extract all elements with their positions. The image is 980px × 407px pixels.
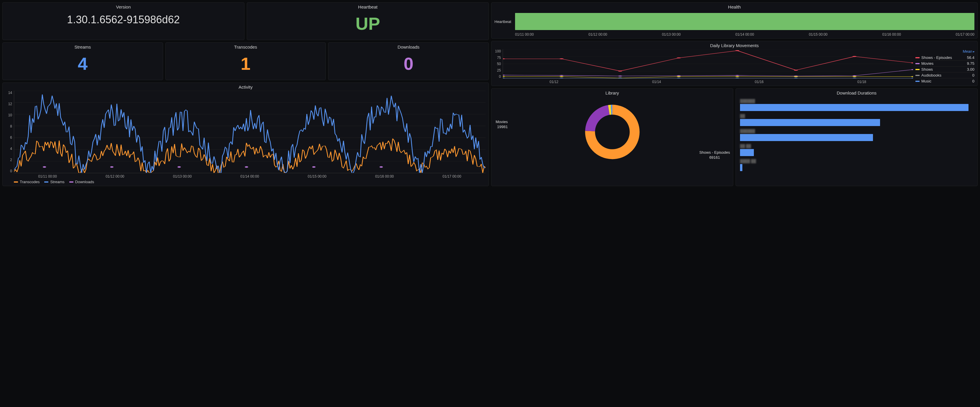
panel-title: Health xyxy=(495,5,974,10)
movements-plot-area[interactable] xyxy=(503,49,913,79)
x-tick: 01/16 xyxy=(755,80,764,84)
x-tick: 01/12 xyxy=(550,80,558,84)
panel-activity: Activity 14121086420 01/11 00:0001/12 00… xyxy=(2,82,489,186)
y-tick: 50 xyxy=(495,62,501,66)
dl-bar-row: ██████ xyxy=(740,99,973,111)
panel-title: Downloads xyxy=(331,44,485,49)
legend-label: Transcodes xyxy=(20,180,40,184)
activity-y-axis: 14121086420 xyxy=(6,91,14,173)
heartbeat-value: UP xyxy=(250,11,485,38)
health-x-ticks: 01/11 00:0001/12 00:0001/13 00:0001/14 0… xyxy=(515,31,974,36)
x-tick: 01/13 00:00 xyxy=(662,32,681,36)
legend-item[interactable]: Shows - Episodes56.4 xyxy=(915,55,974,60)
legend-item[interactable]: Audiobooks0 xyxy=(915,72,974,78)
y-tick: 25 xyxy=(495,68,501,73)
chevron-down-icon: ▾ xyxy=(973,50,974,53)
dl-bar-row: ██ ██ xyxy=(740,144,973,156)
activity-x-axis: 01/11 00:0001/12 00:0001/13 00:0001/14 0… xyxy=(14,173,485,179)
x-tick: 01/15 00:00 xyxy=(308,174,326,179)
movements-agg-dropdown[interactable]: Mean▾ xyxy=(915,49,974,54)
download-durations-bars[interactable]: ████████████████ ██████ ██ xyxy=(739,97,974,173)
donut-slice[interactable] xyxy=(585,105,609,131)
y-tick: 4 xyxy=(6,147,12,151)
svg-point-12 xyxy=(379,166,383,168)
dl-bar[interactable] xyxy=(740,134,873,141)
dl-bar-label: ██ ██ xyxy=(740,144,973,148)
svg-point-10 xyxy=(245,166,248,168)
x-tick: 01/16 00:00 xyxy=(882,32,901,36)
x-tick: 01/18 xyxy=(858,80,866,84)
legend-value: 0 xyxy=(972,73,974,78)
legend-item[interactable]: Transcodes xyxy=(14,180,40,184)
y-tick: 0 xyxy=(6,169,12,173)
legend-item[interactable]: Streams xyxy=(44,180,64,184)
version-value: 1.30.1.6562-915986d62 xyxy=(6,11,241,30)
streams-value: 4 xyxy=(6,51,160,78)
legend-label: Audiobooks xyxy=(921,73,941,78)
dl-bar-label: ██████ xyxy=(740,99,973,103)
downloads-value: 0 xyxy=(331,51,485,78)
panel-version: Version 1.30.1.6562-915986d62 xyxy=(2,2,244,40)
legend-label: Movies xyxy=(921,61,934,66)
svg-point-8 xyxy=(110,166,113,168)
dl-bar-label: ██████ xyxy=(740,129,973,133)
y-tick: 8 xyxy=(6,124,12,128)
dl-bar[interactable] xyxy=(740,164,742,171)
legend-item[interactable]: Downloads xyxy=(69,180,94,184)
dl-bar[interactable] xyxy=(740,149,754,156)
panel-title: Daily Library Movements xyxy=(495,43,974,48)
legend-label: Downloads xyxy=(75,180,94,184)
panel-title: Streams xyxy=(6,44,160,49)
x-tick: 01/15 00:00 xyxy=(809,32,827,36)
panel-library: Library Movies19981 Shows - Episodes6916… xyxy=(491,88,733,186)
y-tick: 14 xyxy=(6,91,12,95)
panel-title: Library xyxy=(495,90,730,95)
legend-item[interactable]: Movies9.75 xyxy=(915,60,974,66)
legend-value: 56.4 xyxy=(967,55,974,60)
health-bar[interactable] xyxy=(515,13,974,30)
dl-bar[interactable] xyxy=(740,104,969,111)
dl-bar[interactable] xyxy=(740,119,880,126)
legend-swatch xyxy=(915,57,920,58)
legend-item[interactable]: Music0 xyxy=(915,78,974,84)
legend-swatch xyxy=(915,81,920,82)
library-donut[interactable]: Movies19981 Shows - Episodes69161 xyxy=(495,97,730,167)
y-tick: 0 xyxy=(495,74,501,79)
legend-swatch xyxy=(915,69,920,70)
panel-title: Heartbeat xyxy=(250,5,485,10)
y-tick: 10 xyxy=(6,113,12,117)
x-tick: 01/11 00:00 xyxy=(38,174,57,179)
activity-plot[interactable] xyxy=(14,91,485,173)
donut-label-shows-episodes: Shows - Episodes69161 xyxy=(699,150,730,160)
x-tick: 01/11 00:00 xyxy=(515,32,534,36)
x-tick: 01/12 00:00 xyxy=(589,32,607,36)
health-row-label: Heartbeat xyxy=(495,13,515,30)
legend-label: Shows - Episodes xyxy=(921,55,952,60)
legend-value: 0 xyxy=(972,79,974,83)
donut-label-movies: Movies19981 xyxy=(496,120,508,130)
dl-bar-row: ██████ xyxy=(740,129,973,141)
legend-item[interactable]: Shows3.00 xyxy=(915,66,974,72)
y-tick: 100 xyxy=(495,49,501,53)
panel-downloads: Downloads 0 xyxy=(328,43,489,80)
x-tick: 01/14 00:00 xyxy=(735,32,754,36)
dl-bar-label: ██ xyxy=(740,114,973,118)
movements-x-axis: 01/1201/1401/1601/18 xyxy=(503,79,913,84)
panel-title: Version xyxy=(6,5,241,10)
legend-swatch xyxy=(915,75,920,76)
movements-y-axis: 1007550250 xyxy=(495,49,503,79)
x-tick: 01/14 00:00 xyxy=(240,174,259,179)
legend-label: Music xyxy=(921,79,931,83)
panel-title: Download Durations xyxy=(739,90,974,95)
y-tick: 12 xyxy=(6,102,12,106)
legend-swatch xyxy=(69,181,73,182)
x-tick: 01/16 00:00 xyxy=(375,174,394,179)
dl-bar-label: ████ ██ xyxy=(740,159,973,163)
x-tick: 01/17 00:00 xyxy=(956,32,974,36)
svg-point-9 xyxy=(178,166,181,168)
dl-bar-row: ████ ██ xyxy=(740,159,973,171)
panel-health: Health Heartbeat 01/11 00:0001/12 00:000… xyxy=(491,2,978,39)
y-tick: 2 xyxy=(6,158,12,162)
legend-value: 9.75 xyxy=(967,61,974,66)
x-tick: 01/13 00:00 xyxy=(173,174,192,179)
